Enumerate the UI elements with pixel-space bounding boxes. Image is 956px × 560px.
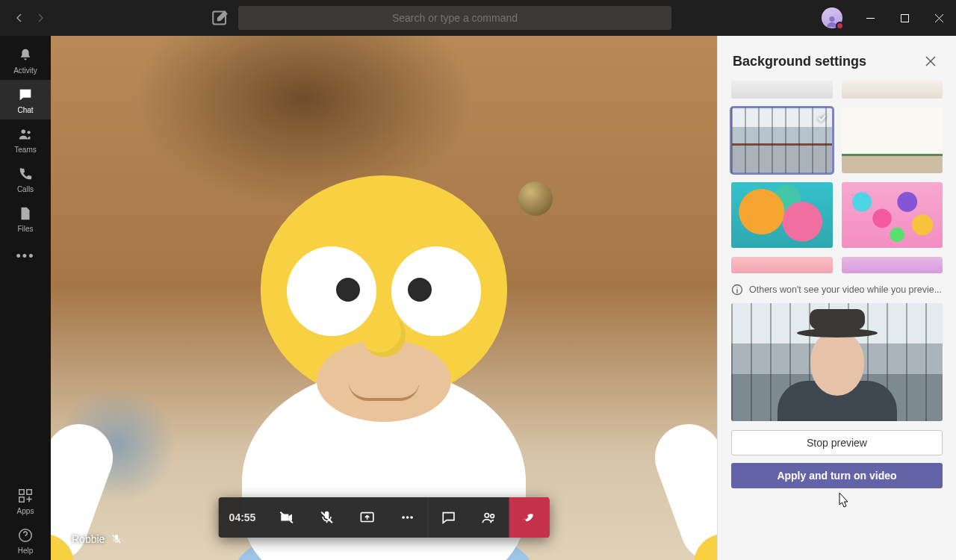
muted-icon (111, 533, 122, 545)
rail-calls[interactable]: Calls (0, 159, 51, 199)
forward-button[interactable] (34, 12, 46, 24)
search-input[interactable] (238, 6, 671, 30)
chat-icon (17, 87, 34, 103)
rail-label: Apps (17, 507, 34, 515)
panel-close-button[interactable] (920, 51, 941, 72)
help-icon (17, 527, 34, 544)
svg-point-16 (485, 514, 489, 518)
call-controls: 04:55 (219, 497, 550, 538)
bg-option[interactable] (842, 182, 943, 248)
apply-video-button[interactable]: Apply and turn on video (731, 463, 943, 488)
bg-option[interactable] (842, 81, 943, 99)
presence-indicator (836, 22, 844, 30)
svg-point-17 (491, 514, 494, 518)
rail-activity[interactable]: Activity (0, 40, 51, 80)
bg-option[interactable] (731, 182, 833, 248)
apps-icon (17, 488, 34, 504)
svg-rect-7 (19, 497, 24, 502)
rail-more[interactable]: ••• (16, 238, 35, 275)
minimize-button[interactable] (853, 0, 887, 36)
svg-point-15 (410, 516, 413, 519)
rail-label: Teams (14, 146, 36, 154)
teams-icon (17, 126, 34, 143)
window-controls (853, 0, 956, 36)
bg-option-selected[interactable] (731, 108, 833, 173)
maximize-button[interactable] (887, 0, 922, 36)
bg-option[interactable] (731, 257, 833, 273)
back-button[interactable] (13, 12, 25, 24)
check-icon (816, 112, 828, 127)
compose-icon[interactable] (210, 7, 231, 28)
background-settings-panel: Background settings Others won't see you… (717, 36, 956, 560)
remote-video (51, 36, 717, 560)
participant-label: Robbie (72, 533, 122, 545)
video-stage: Robbie 04:55 (51, 36, 717, 560)
preview-info: Others won't see your video while you pr… (718, 273, 956, 303)
share-button[interactable] (347, 497, 387, 538)
close-button[interactable] (922, 0, 956, 36)
rail-apps[interactable]: Apps (0, 481, 51, 520)
bell-icon (17, 47, 34, 63)
app-rail: Activity Chat Teams Calls Files ••• Apps… (0, 36, 51, 560)
svg-rect-6 (27, 490, 31, 494)
camera-toggle[interactable] (266, 497, 306, 538)
svg-rect-2 (901, 14, 908, 22)
mic-toggle[interactable] (306, 497, 347, 538)
hangup-button[interactable] (509, 497, 549, 538)
video-preview (731, 303, 943, 421)
more-actions[interactable] (387, 497, 427, 538)
svg-point-1 (830, 16, 835, 22)
svg-rect-5 (19, 490, 24, 494)
svg-point-3 (22, 130, 26, 134)
show-participants[interactable] (468, 497, 509, 538)
call-timer: 04:55 (219, 497, 267, 538)
info-icon (731, 284, 743, 296)
profile-avatar[interactable] (822, 7, 842, 28)
title-bar (0, 0, 956, 36)
bg-option[interactable] (842, 257, 943, 273)
svg-point-14 (406, 516, 409, 519)
rail-label: Activity (13, 66, 37, 75)
bg-option[interactable] (731, 81, 833, 99)
file-icon (17, 205, 34, 222)
rail-label: Help (18, 547, 34, 555)
rail-label: Calls (17, 185, 34, 193)
history-nav (0, 12, 60, 24)
rail-help[interactable]: Help (0, 520, 51, 560)
svg-point-4 (27, 131, 30, 134)
rail-label: Files (17, 225, 33, 233)
rail-label: Chat (17, 106, 33, 114)
rail-files[interactable]: Files (0, 199, 51, 238)
panel-title: Background settings (733, 54, 866, 69)
stop-preview-button[interactable]: Stop preview (731, 430, 943, 455)
show-conversation[interactable] (428, 497, 468, 538)
background-grid (718, 81, 956, 273)
rail-chat[interactable]: Chat (0, 80, 51, 119)
participant-name: Robbie (72, 533, 105, 545)
phone-icon (17, 166, 34, 182)
svg-point-13 (402, 516, 405, 519)
rail-teams[interactable]: Teams (0, 119, 51, 159)
preview-info-text: Others won't see your video while you pr… (749, 284, 942, 295)
bg-option[interactable] (842, 108, 943, 173)
